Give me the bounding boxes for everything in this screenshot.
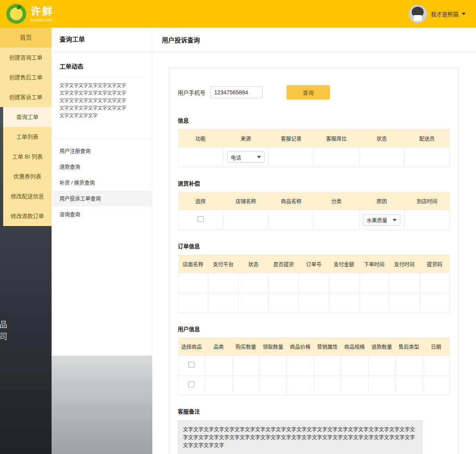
table-cell: [395, 375, 423, 395]
column-header: 支付时间: [389, 255, 419, 273]
query-panel: 查询工单 工单动态 文字文字文字文字文字文字文字文字文字文字文字文字文字文字文字…: [52, 28, 152, 454]
table-cell: [329, 273, 359, 293]
column-header: 商品价格: [287, 338, 314, 356]
phone-label: 用户手机号: [178, 88, 205, 96]
source-select[interactable]: 电话: [227, 151, 265, 163]
brand-logo-icon: [6, 4, 26, 24]
column-header: 配送员: [404, 129, 449, 147]
brand-domain: xuxian.com: [31, 17, 54, 22]
chevron-down-icon: [462, 13, 466, 15]
column-header: 是否提货: [269, 255, 299, 273]
column-header: 选择: [178, 192, 223, 210]
order-info-table: 店面名称支付平台状态是否提货订单号支付金额下单时间支付时间提货码: [178, 255, 450, 313]
panel-menu: 用户注册查询退款查询补货 / 换货查询用户投诉工单查询咨询查询: [52, 139, 152, 226]
panel-body: 工单动态 文字文字文字文字文字文字文字文字文字文字文字文字文字文字文字文字文字文…: [52, 52, 152, 120]
table-cell: [404, 210, 449, 230]
avatar-sign: [414, 15, 422, 21]
table-cell: [314, 210, 359, 230]
column-header: 店面名称: [178, 255, 208, 273]
layout: 首页创建咨询工单创建售后工单创建客诉工单查询工单工单列表工单 BI 列表优惠券列…: [0, 28, 476, 454]
panel-menu-item-user-complaint-ticket-query[interactable]: 用户投诉工单查询: [52, 191, 152, 207]
table-cell: [419, 273, 449, 293]
product-row-1-checkbox[interactable]: [188, 362, 194, 368]
table-cell: [269, 210, 314, 230]
panel-menu-item-replenish-exchange-query[interactable]: 补货 / 换货查询: [52, 175, 152, 191]
sidebar-item-create-aftersale-ticket[interactable]: 创建售后工单: [0, 67, 52, 87]
remark-title: 客服备注: [178, 407, 450, 415]
sidebar-item-coupon-list[interactable]: 优惠券列表: [3, 167, 52, 186]
section-title: 用户信息: [178, 325, 450, 338]
background-photo-text: 品司: [0, 320, 9, 344]
table-cell: [205, 356, 232, 375]
sidebar-item-edit-delivery-info[interactable]: 修改配送信息: [3, 186, 52, 206]
column-header: 售后类型: [395, 338, 423, 356]
sidebar-item-ticket-list[interactable]: 工单列表: [3, 127, 52, 147]
table-row: [178, 375, 450, 395]
chevron-down-icon: [257, 156, 261, 158]
remark-textarea[interactable]: 文字文字文字文字文字文字文字文字文字文字文字文字文字文字文字文字文字文字文字文字…: [178, 420, 422, 454]
sidebar-item-ticket-bi-list[interactable]: 工单 BI 列表: [3, 147, 52, 167]
column-header: 订单号: [299, 255, 329, 273]
background-photo: [52, 356, 152, 454]
table-cell: [269, 273, 299, 293]
column-header: 品类: [205, 338, 232, 356]
sidebar-item-home[interactable]: 首页: [0, 28, 52, 48]
table-cell: 电话: [223, 147, 269, 167]
table-cell: [341, 356, 369, 375]
column-header: 商品规格: [341, 338, 369, 356]
ticket-activity-title: 工单动态: [60, 62, 144, 77]
page: 许鲜 xuxian.com 我才是熊猫 首页创建咨询工单创建售后工单创建客诉工单…: [0, 0, 476, 454]
column-header: 原因: [359, 192, 404, 210]
section-title: 信息: [178, 116, 450, 129]
table-cell: [389, 293, 419, 312]
table-cell: [419, 293, 449, 312]
ticket-activity-text: 文字文字文字文字文字文字文字文字文字文字文字文字文字文字文字文字文字文字文字文字…: [60, 82, 130, 120]
return-row-checkbox[interactable]: [198, 216, 203, 222]
column-header: 日期: [422, 338, 450, 356]
info-table: 功能来源客服记录客服席位状态配送员电话: [178, 129, 450, 167]
column-header: 店铺名称: [223, 192, 269, 210]
table-cell: [314, 375, 341, 395]
brand-logo[interactable]: 许鲜 xuxian.com: [6, 4, 54, 24]
panel-menu-item-consult-query[interactable]: 咨询查询: [52, 207, 152, 222]
user-avatar[interactable]: [409, 5, 427, 23]
table-cell: [359, 293, 389, 312]
section-order-info: 订单信息 店面名称支付平台状态是否提货订单号支付金额下单时间支付时间提货码: [178, 242, 450, 313]
main-content: 用户投诉查询 用户手机号 查询 信息 功能来源客服记录客服席位状态配送员电话 退…: [152, 28, 476, 454]
search-button[interactable]: 查询: [286, 85, 330, 100]
reason-select[interactable]: 水果质量: [363, 215, 400, 226]
sidebar-menu: 首页创建咨询工单创建售后工单创建客诉工单查询工单工单列表工单 BI 列表优惠券列…: [0, 28, 52, 226]
table-cell: [269, 147, 314, 167]
sidebar-item-edit-refund-order[interactable]: 修改退款订单: [3, 206, 52, 226]
column-header: 商品名称: [269, 192, 314, 210]
section-title: 订单信息: [178, 242, 450, 255]
table-cell: [287, 356, 314, 375]
panel-menu-item-user-register-query[interactable]: 用户注册查询: [52, 143, 152, 159]
column-header: 提货码: [419, 255, 449, 273]
return-compensation-table: 选择店铺名称商品名称分类原因到店时间水果质量: [178, 192, 450, 230]
column-header: 到店时间: [404, 192, 449, 210]
product-row-2-checkbox[interactable]: [188, 381, 194, 387]
table-cell: [259, 356, 287, 375]
sidebar-item-query-ticket[interactable]: 查询工单: [3, 107, 52, 127]
sidebar-item-create-consult-ticket[interactable]: 创建咨询工单: [0, 48, 52, 67]
table-cell: [238, 293, 269, 312]
section-info: 信息 功能来源客服记录客服席位状态配送员电话: [178, 116, 450, 167]
table-cell: [422, 375, 450, 395]
table-cell: [287, 375, 314, 395]
table-cell: [223, 210, 269, 230]
table-cell: [299, 293, 329, 312]
panel-menu-item-refund-query[interactable]: 退款查询: [52, 159, 152, 175]
column-header: 退款数量: [368, 338, 395, 356]
column-header: 支付金额: [329, 255, 359, 273]
column-header: 客服席位: [314, 129, 359, 147]
table-row: 电话: [178, 147, 450, 167]
sidebar-item-create-complaint-ticket[interactable]: 创建客诉工单: [0, 87, 52, 107]
phone-input[interactable]: [210, 86, 263, 98]
table-cell: [259, 375, 287, 395]
user-menu[interactable]: 我才是熊猫: [409, 5, 466, 23]
panel-title: 查询工单: [52, 28, 152, 52]
table-row: [178, 293, 450, 312]
chevron-down-icon: [393, 219, 397, 221]
table-cell: [178, 273, 208, 293]
